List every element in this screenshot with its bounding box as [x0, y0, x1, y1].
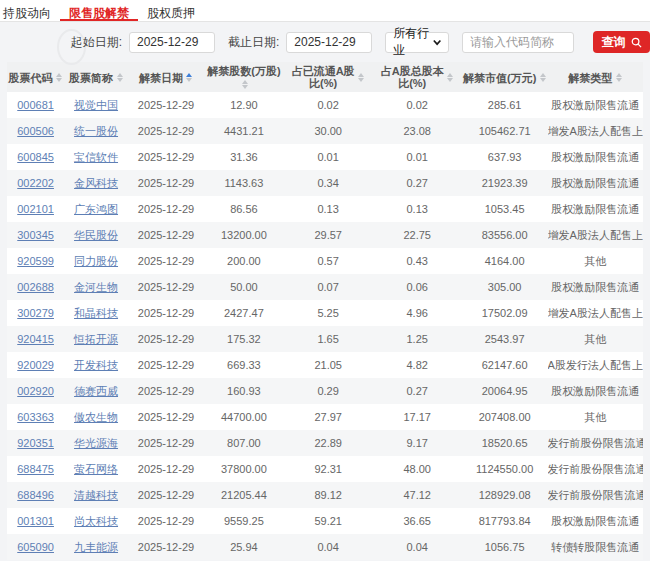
stock-code-link-cell: 300345 — [7, 222, 64, 248]
unlock-date-cell: 2025-12-29 — [128, 378, 204, 404]
header-pct-of-total-a[interactable]: 占A股总股本 比(%) — [373, 62, 462, 92]
industry-select[interactable]: 所有行业 — [385, 32, 449, 53]
stock-code-link[interactable]: 001301 — [17, 515, 54, 527]
table-row: 920415恒拓开源2025-12-29175.321.651.252543.9… — [7, 326, 643, 352]
start-date-input[interactable] — [129, 32, 215, 53]
stock-code-link[interactable]: 002202 — [17, 177, 54, 189]
header-unlock-shares[interactable]: 解禁股数(万股) — [204, 62, 284, 92]
unlock-type-cell: 发行前股份限售流通 — [548, 482, 643, 508]
stock-name-link[interactable]: 华民股份 — [74, 229, 118, 241]
stock-code-link[interactable]: 920351 — [17, 437, 54, 449]
pct-of-float-a-cell: 30.00 — [284, 118, 373, 144]
stock-code-link-cell: 920415 — [7, 326, 64, 352]
unlock-value-cell: 4164.00 — [462, 248, 548, 274]
unlock-type-cell: 增发A股法人配售上市 — [548, 222, 643, 248]
stock-code-link-cell: 001301 — [7, 508, 64, 534]
stock-name-link[interactable]: 视觉中国 — [74, 99, 118, 111]
stock-name-link[interactable]: 统一股份 — [74, 125, 118, 137]
stock-code-link-cell: 600506 — [7, 118, 64, 144]
pct-of-total-a-cell: 0.13 — [373, 196, 462, 222]
unlock-type-cell: 股权激励限售流通 — [548, 170, 643, 196]
stock-code-link[interactable]: 920599 — [17, 255, 54, 267]
stock-code-link[interactable]: 920029 — [17, 359, 54, 371]
stock-name-link[interactable]: 九丰能源 — [74, 541, 118, 553]
stock-code-link[interactable]: 002101 — [17, 203, 54, 215]
stock-name-link[interactable]: 金河生物 — [74, 281, 118, 293]
stock-code-link[interactable]: 688475 — [17, 463, 54, 475]
stock-code-link[interactable]: 600845 — [17, 151, 54, 163]
stock-name-link[interactable]: 尚太科技 — [74, 515, 118, 527]
stock-code-link-cell: 600845 — [7, 144, 64, 170]
stock-name-link-cell: 金风科技 — [64, 170, 128, 196]
stock-name-link[interactable]: 萤石网络 — [74, 463, 118, 475]
pct-of-total-a-cell: 0.04 — [373, 534, 462, 560]
stock-code-link[interactable]: 920415 — [17, 333, 54, 345]
header-stock-code[interactable]: 股票代码 — [7, 62, 64, 92]
unlock-date-cell: 2025-12-29 — [128, 326, 204, 352]
stock-code-link-cell: 688496 — [7, 482, 64, 508]
tab-restricted-unlock[interactable]: 限售股解禁 — [60, 0, 138, 21]
unlock-date-cell: 2025-12-29 — [128, 456, 204, 482]
tab-holdings-trend[interactable]: 持股动向 — [0, 0, 60, 21]
pct-of-float-a-cell: 1.65 — [284, 326, 373, 352]
table-row: 688496清越科技2025-12-2921205.4489.1247.1212… — [7, 482, 643, 508]
sort-icon — [447, 72, 454, 83]
unlock-date-cell: 2025-12-29 — [128, 352, 204, 378]
unlock-shares-cell: 50.00 — [204, 274, 284, 300]
pct-of-total-a-cell: 0.43 — [373, 248, 462, 274]
stock-name-link[interactable]: 广东鸿图 — [74, 203, 118, 215]
header-unlock-type[interactable]: 解禁类型 — [548, 62, 643, 92]
stock-code-link[interactable]: 300279 — [17, 307, 54, 319]
stock-code-link[interactable]: 300345 — [17, 229, 54, 241]
pct-of-total-a-cell: 23.08 — [373, 118, 462, 144]
stock-name-link[interactable]: 恒拓开源 — [74, 333, 118, 345]
stock-name-link[interactable]: 同力股份 — [74, 255, 118, 267]
stock-code-link[interactable]: 603363 — [17, 411, 54, 423]
end-date-input[interactable] — [286, 32, 372, 53]
search-button[interactable]: 查询 — [593, 31, 650, 53]
table-row: 605090九丰能源2025-12-2925.940.040.041056.75… — [7, 534, 643, 560]
stock-name-link[interactable]: 清越科技 — [74, 489, 118, 501]
pct-of-float-a-cell: 22.89 — [284, 430, 373, 456]
stock-code-link-cell: 605090 — [7, 534, 64, 560]
stock-code-link[interactable]: 605090 — [17, 541, 54, 553]
header-unlock-value[interactable]: 解禁市值(万元) — [462, 62, 548, 92]
stock-name-link[interactable]: 和晶科技 — [74, 307, 118, 319]
code-search-input[interactable] — [462, 32, 574, 53]
stock-code-link-cell: 002202 — [7, 170, 64, 196]
stock-code-link[interactable]: 600506 — [17, 125, 54, 137]
unlock-type-cell: 股权激励限售流通 — [548, 378, 643, 404]
unlock-shares-cell: 807.00 — [204, 430, 284, 456]
table-row: 002688金河生物2025-12-2950.000.070.06305.00股… — [7, 274, 643, 300]
tab-equity-pledge[interactable]: 股权质押 — [138, 0, 204, 21]
chevron-down-icon — [433, 39, 441, 46]
pct-of-float-a-cell: 0.04 — [284, 534, 373, 560]
stock-name-link[interactable]: 金风科技 — [74, 177, 118, 189]
end-date-label: 截止日期: — [228, 34, 279, 51]
stock-code-link[interactable]: 688496 — [17, 489, 54, 501]
sort-icon — [615, 72, 622, 83]
pct-of-float-a-cell: 59.21 — [284, 508, 373, 534]
unlock-value-cell: 1124550.00 — [462, 456, 548, 482]
stock-name-link[interactable]: 华光源海 — [74, 437, 118, 449]
stock-name-link-cell: 广东鸿图 — [64, 196, 128, 222]
stock-name-link[interactable]: 傲农生物 — [74, 411, 118, 423]
pct-of-total-a-cell: 47.12 — [373, 482, 462, 508]
unlock-type-cell: 股权激励限售流通 — [548, 144, 643, 170]
unlock-value-cell: 285.61 — [462, 92, 548, 118]
pct-of-float-a-cell: 92.31 — [284, 456, 373, 482]
stock-name-link[interactable]: 德赛西威 — [74, 385, 118, 397]
stock-code-link[interactable]: 002688 — [17, 281, 54, 293]
header-pct-of-float-a[interactable]: 占已流通A股 比(%) — [284, 62, 373, 92]
table-row: 603363傲农生物2025-12-2944700.0027.9717.1720… — [7, 404, 643, 430]
pct-of-total-a-cell: 9.17 — [373, 430, 462, 456]
header-stock-name[interactable]: 股票简称 — [64, 62, 128, 92]
stock-name-link[interactable]: 宝信软件 — [74, 151, 118, 163]
unlock-date-cell: 2025-12-29 — [128, 482, 204, 508]
stock-code-link[interactable]: 000681 — [17, 99, 54, 111]
stock-code-link[interactable]: 002920 — [17, 385, 54, 397]
stock-name-link-cell: 开发科技 — [64, 352, 128, 378]
stock-name-link[interactable]: 开发科技 — [74, 359, 118, 371]
pct-of-float-a-cell: 0.29 — [284, 378, 373, 404]
header-unlock-date[interactable]: 解禁日期 — [128, 62, 204, 92]
